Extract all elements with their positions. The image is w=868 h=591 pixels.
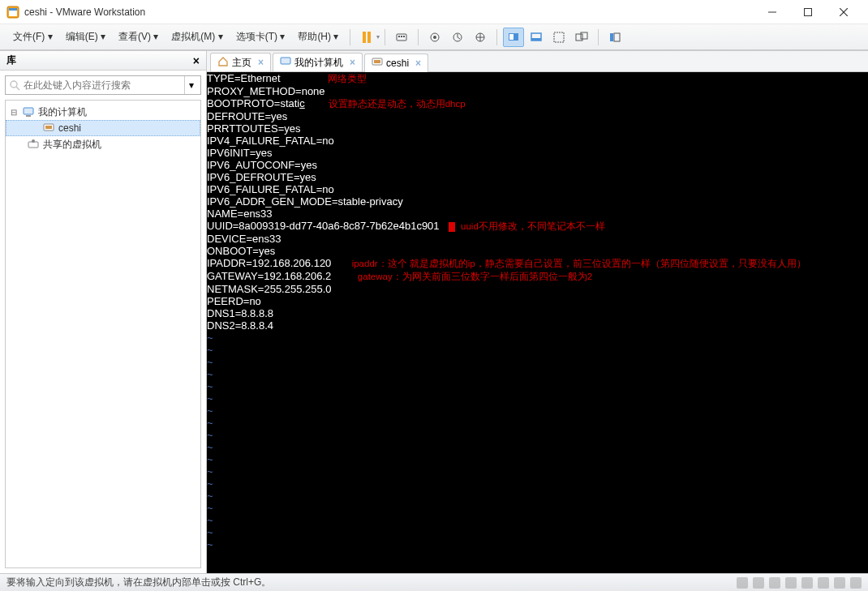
tray-icon[interactable] <box>753 577 764 589</box>
svg-rect-23 <box>581 32 587 39</box>
menu-edit[interactable]: 编辑(E) ▾ <box>59 27 112 47</box>
search-icon <box>9 79 20 91</box>
tray-icon[interactable] <box>737 577 748 589</box>
status-text: 要将输入定向到该虚拟机，请在虚拟机内部单击或按 Ctrl+G。 <box>6 576 271 589</box>
snapshot-button[interactable] <box>424 28 445 47</box>
term-tilde: ~ <box>207 405 868 417</box>
close-button[interactable] <box>826 1 862 24</box>
svg-rect-8 <box>398 36 400 37</box>
tab-mycomputer[interactable]: 我的计算机 × <box>273 53 363 71</box>
library-panel: 库 × ▾ ⊟ 我的计算机 ceshi 共享 <box>0 51 207 573</box>
menu-help[interactable]: 帮助(H) ▾ <box>291 27 345 47</box>
svg-rect-21 <box>554 32 564 42</box>
menu-file[interactable]: 文件(F) ▾ <box>6 27 59 47</box>
term-line: PRRTTOUTES=yes <box>207 122 868 135</box>
separator <box>418 29 419 45</box>
menu-view[interactable]: 查看(V) ▾ <box>112 27 165 47</box>
term-line: PEERD=no <box>207 295 868 307</box>
term-line: IPADDR=192.168.206.120 ipaddr：这个 就是虚拟机的i… <box>207 257 868 270</box>
term-tilde: ~ <box>207 526 868 538</box>
pause-button[interactable] <box>356 28 377 47</box>
tray-icon[interactable] <box>785 577 797 589</box>
revert-button[interactable] <box>447 28 468 47</box>
svg-rect-24 <box>610 33 613 41</box>
menu-bar: 文件(F) ▾ 编辑(E) ▾ 查看(V) ▾ 虚拟机(M) ▾ 选项卡(T) … <box>0 24 868 50</box>
tree-label: 我的计算机 <box>38 105 87 119</box>
tab-strip: 主页 × 我的计算机 × ceshi × <box>207 51 868 72</box>
term-tilde: ~ <box>207 453 868 465</box>
send-keys-button[interactable] <box>391 28 412 47</box>
main-area: 库 × ▾ ⊟ 我的计算机 ceshi 共享 <box>0 50 868 573</box>
unity-button[interactable] <box>571 28 592 47</box>
term-tilde: ~ <box>207 368 868 380</box>
separator <box>385 29 385 45</box>
svg-line-27 <box>16 87 19 90</box>
maximize-button[interactable] <box>790 1 826 24</box>
term-line: GATEWAY=192.168.206.2 gateway：为网关前面三位数字一… <box>207 270 868 283</box>
svg-point-33 <box>32 139 35 143</box>
tree-node-ceshi[interactable]: ceshi <box>6 120 200 136</box>
term-line: IPV6_FAILURE_FATAL=no <box>207 183 868 195</box>
term-line: NETMASK=255.255.255.0 <box>207 283 868 295</box>
home-icon <box>217 56 229 70</box>
tree-toggle-icon[interactable]: ⊟ <box>9 108 19 117</box>
tab-close-button[interactable]: × <box>415 58 421 69</box>
fullscreen-button[interactable] <box>548 28 569 47</box>
tray-icon[interactable] <box>769 577 780 589</box>
term-line: UUID=8a009319-dd77-40a6-8c87-7b62e4b1c90… <box>207 220 868 233</box>
shared-icon <box>27 138 40 151</box>
status-tray <box>737 577 862 589</box>
title-bar: ceshi - VMware Workstation <box>0 0 868 24</box>
svg-rect-9 <box>401 36 402 37</box>
tray-icon[interactable] <box>850 577 862 589</box>
svg-rect-22 <box>576 34 582 41</box>
search-input[interactable] <box>24 79 184 91</box>
term-line: TYPE=Ethernet 网络类型 <box>207 72 868 85</box>
tray-icon[interactable] <box>801 577 813 589</box>
minimize-button[interactable] <box>754 1 790 24</box>
term-line: IPV6_AUTOCONF=yes <box>207 159 868 171</box>
svg-rect-25 <box>614 33 620 41</box>
term-tilde: ~ <box>207 502 868 514</box>
tab-close-button[interactable]: × <box>350 57 355 68</box>
terminal-console[interactable]: TYPE=Ethernet 网络类型 PROXY_METHOD=none BOO… <box>207 72 868 573</box>
tab-ceshi[interactable]: ceshi × <box>364 54 428 72</box>
tray-icon[interactable] <box>818 577 829 589</box>
term-line: PROXY_METHOD=none <box>207 85 868 97</box>
svg-rect-28 <box>24 108 33 114</box>
tab-close-button[interactable]: × <box>258 57 264 68</box>
term-line: IPV6_DEFROUTE=yes <box>207 171 868 183</box>
content-area: 主页 × 我的计算机 × ceshi × TYPE=Ethernet 网络类型 … <box>207 51 868 573</box>
separator <box>496 29 497 45</box>
search-row: ▾ <box>0 71 206 100</box>
manage-button[interactable] <box>470 28 491 47</box>
menu-vm[interactable]: 虚拟机(M) ▾ <box>165 27 229 47</box>
term-tilde: ~ <box>207 538 868 550</box>
term-tilde: ~ <box>207 514 868 526</box>
view-thumb-button[interactable] <box>526 28 547 47</box>
library-header: 库 × <box>0 51 206 71</box>
library-tree: ⊟ 我的计算机 ceshi 共享的虚拟机 <box>5 100 201 568</box>
menu-tabs[interactable]: 选项卡(T) ▾ <box>230 27 292 47</box>
svg-rect-10 <box>403 36 405 37</box>
tab-home[interactable]: 主页 × <box>210 53 271 71</box>
library-close-button[interactable]: × <box>193 54 200 67</box>
tree-node-mycomputer[interactable]: ⊟ 我的计算机 <box>6 104 200 120</box>
tree-label: ceshi <box>58 122 81 134</box>
svg-rect-20 <box>531 38 541 41</box>
view-console-button[interactable] <box>503 28 524 47</box>
svg-rect-29 <box>26 115 31 117</box>
svg-point-12 <box>433 36 436 39</box>
svg-rect-32 <box>28 142 38 148</box>
term-tilde: ~ <box>207 332 868 344</box>
search-dropdown-button[interactable]: ▾ <box>184 76 197 94</box>
tray-icon[interactable] <box>834 577 845 589</box>
tree-node-shared[interactable]: 共享的虚拟机 <box>6 136 200 152</box>
svg-point-26 <box>11 81 17 88</box>
svg-rect-34 <box>281 58 290 64</box>
tab-label: 主页 <box>232 56 251 70</box>
tab-label: ceshi <box>386 58 409 69</box>
vm-icon <box>42 122 55 135</box>
svg-rect-2 <box>9 8 17 11</box>
library-toggle-button[interactable] <box>604 28 625 47</box>
